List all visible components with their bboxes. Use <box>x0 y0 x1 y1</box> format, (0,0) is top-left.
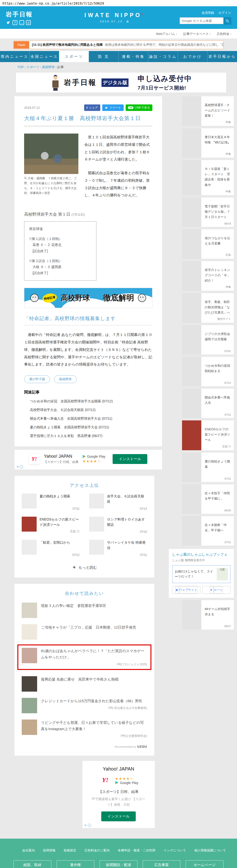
nav-item-rensai[interactable]: 連載・特集 <box>119 51 148 62</box>
sidebar-item[interactable]: 岩手のトレッキングコースの「今」紹介！特集 <box>182 261 234 291</box>
related-link[interactable]: 開会式本番へ準備入念 全国高校野球岩手大会 (07/11) <box>30 416 152 421</box>
brand-logo[interactable]: IWATE NIPPO● <box>84 12 145 19</box>
article-photo[interactable] <box>24 133 78 174</box>
load-more-button[interactable]: ＋もっと読む <box>22 564 147 570</box>
page: https://www.iwate-np.co.jp/article/2019/… <box>0 0 237 868</box>
footer-link-post-rules[interactable]: 投稿規定 <box>64 848 76 852</box>
search-button[interactable] <box>223 17 231 25</box>
recommended-item[interactable]: 現新３人の争い確定 参院選岩手選挙区 <box>22 602 147 618</box>
uzou-logo[interactable]: UZOU <box>137 745 147 748</box>
footer-link-applications[interactable]: 各種申請・後援・二次利用 <box>118 848 156 852</box>
tag-koukou-yakyuu[interactable]: 高校野球 <box>54 375 77 383</box>
website-button[interactable]: ◉ ウェブサイト <box>172 586 200 594</box>
breadcrumb-koukouyakyuu[interactable]: 高校野球 <box>42 65 57 69</box>
sidebar-item[interactable]: 岩手、青森、秋田の観光情報は「なびたび北東北」へ観光サイト <box>182 293 234 323</box>
nav-item-odekake[interactable]: おでかけ <box>178 51 207 62</box>
nav-item-kennai[interactable]: 県内ニュース <box>0 51 29 62</box>
footer-link-ad-rates[interactable]: 広告料金のご案内 <box>84 848 110 852</box>
related-link[interactable]: つかめ令和の栄冠 全国高校野球岩手大会開幕 (07/12) <box>30 399 152 404</box>
ad-title[interactable]: しゃぶ葉のしゃぶしゃぶブッフェ <box>172 552 231 557</box>
route-button[interactable]: ➤ ルート <box>202 586 231 594</box>
register-link[interactable]: 会員登録 <box>202 11 214 14</box>
footer-link-privacy[interactable]: 個人情報保護について <box>194 848 226 852</box>
ad-app-name: Yahoo! JAPAN <box>44 454 79 459</box>
footer-col-advertising: 広告事業 広告の問い合わせ 広告事業局広告部 ☎019-653-4118 (平日… <box>143 860 181 868</box>
digital-banner-ad[interactable]: 岩手日報 デジタル版 申し込み受付中 7月1日サービス開始! <box>16 72 227 93</box>
nav-item-bousai[interactable]: 防 災 <box>89 51 119 62</box>
sidebar-item[interactable]: 開会式本番へ準備入念07/11 <box>182 389 234 418</box>
related-link[interactable]: 選手指導に尽力１４人を表彰 県高野連 (06/27) <box>30 434 152 438</box>
related-link[interactable]: 高校野球岩手大会、６試合雨天順延 (07/12) <box>30 408 152 412</box>
article-thumbnail <box>182 261 201 291</box>
utility-link-webalbum[interactable]: Webアルバム <box>156 32 177 36</box>
nav-item-ronsetsu[interactable]: 論説・コラム <box>148 51 178 62</box>
facebook-share-icon: f <box>86 106 87 110</box>
access-item[interactable]: ロシア料理トロイカあす開店07/10 <box>89 517 147 533</box>
map-thumbnail[interactable]: 地図 <box>217 568 228 581</box>
recommended-item[interactable]: リビングや子ども部屋、日々お家で学習している様子などの写真をInstagram上… <box>22 719 147 738</box>
sidebar-item[interactable]: つかめ令和の栄冠 熱戦始まる07/12 <box>182 357 234 386</box>
facebook-icon[interactable]: f <box>12 20 17 25</box>
ad-info-icon[interactable]: i <box>88 824 91 827</box>
recommended-item-highlighted[interactable]: 81歳のおばあちゃんがペラペラに！？「ただ英語のスマホゲームをやっただけ」PR(… <box>17 645 151 670</box>
yahoo-app-ad-horizontal[interactable]: Y! Yahoo! JAPAN 【スポーツ】日程、結果 Google Play … <box>15 450 162 469</box>
footer-link-company[interactable]: 会社案内 <box>22 848 35 852</box>
site-logo[interactable]: 岩手日報 <box>6 10 59 18</box>
footer-link-recruit[interactable]: 採用情報 <box>43 848 55 852</box>
sidebar-item[interactable]: ＮＩＢ講座「新トレ」スタート 受講企業・団体を募集中特集 <box>182 160 234 195</box>
related-link[interactable]: 夏の熱戦きょう開幕 全国高校野球岩手大会 (07/11) <box>30 425 152 430</box>
ad-close-icon[interactable]: ✕ <box>84 824 87 827</box>
sidebar-item[interactable]: ジブリの大博覧会 盛岡で11月開幕07/01 <box>182 325 234 354</box>
utility-link-adrates[interactable]: 広告料金 <box>217 32 231 36</box>
footer-link-about-links[interactable]: リンクについて <box>164 848 186 852</box>
facebook-share-button[interactable]: fシェア <box>84 104 100 111</box>
ad-info-icon[interactable]: i <box>20 465 23 468</box>
access-item[interactable]: 「歓迎」玄関口から07/12 <box>22 540 80 557</box>
sidebar-item[interactable]: 夏の熱戦きょう開幕07/11 <box>182 453 234 482</box>
article-thumbnail <box>182 160 201 195</box>
yahoo-app-ad-vertical[interactable]: Yahoo! JAPAN Y! ★★★★☆ Google Play 【スポーツ】… <box>82 761 155 828</box>
line-share-button[interactable]: LINELINEで送る <box>126 104 152 111</box>
access-item-ad[interactable]: ENEOSセルフの新スピード決済ツール広告 ⓘ <box>22 517 80 533</box>
sidebar-item-ad[interactable]: 命のつながりを伝える児童書広告 <box>182 229 234 259</box>
install-button[interactable]: インストール <box>101 811 136 821</box>
sidebar-item[interactable]: 佐々木投手「仲間を甲子園に」06/30 <box>182 485 234 514</box>
tokumei-campaign-banner[interactable]: 特命記者 高校野球 徹底解明 <box>24 288 152 308</box>
login-link[interactable]: ログイン <box>218 11 231 14</box>
line-icon[interactable]: … <box>19 20 24 25</box>
scoreboard-venue: 県営球場 <box>29 226 91 232</box>
sidebar-item[interactable]: 高校野球選手・チームのエピソード募集！特集 <box>182 96 234 126</box>
google-play-label: Google Play <box>82 455 105 458</box>
flash-title[interactable]: [11:11] 政府声明で熊本地裁判決に問題あると指摘 <box>32 43 103 46</box>
sidebar-item[interactable]: 東日本大震災８年特集 〝碑の記憶〟特集 <box>182 128 234 158</box>
sidebar-item[interactable]: 佐々木朗希「伴走」甲子園へ07/11 <box>182 516 234 546</box>
tag-natsu-koshien[interactable]: 夏の甲子園 <box>24 375 50 383</box>
utility-link-database[interactable]: 記事データベース <box>183 32 210 36</box>
recommended-item[interactable]: クレジットカードから115万円返金された影山安春（68）男性PR( 司法書士法人… <box>22 698 147 713</box>
nav-item-zenkoku[interactable]: 全国ニュース <box>29 51 59 62</box>
recommended-item[interactable]: ご当地キャラが「三プロ」応援 日本郵便、12日切手発売 <box>22 624 147 640</box>
twitter-icon[interactable] <box>6 20 10 25</box>
access-item[interactable]: サバ＋シイタケ缶 特産発信07/11 <box>89 540 147 557</box>
search-input[interactable] <box>180 17 223 24</box>
sidebar-item[interactable]: 66チーム対戦相手決まる06/27 <box>182 600 234 629</box>
breadcrumb-sports[interactable]: スポーツ <box>27 65 42 69</box>
recommended-item[interactable]: 復興応援 名曲に乗せ 高田東中で辛島さん熱唱 <box>22 676 147 692</box>
twitter-share-button[interactable]: ツイート <box>102 104 124 111</box>
breadcrumb-top[interactable]: TOP <box>17 65 27 69</box>
flash-news-bar[interactable]: Flash [11:11] 政府声明で熊本地裁判決に問題あると指摘政府は熊本地裁… <box>14 40 223 49</box>
sidebar-item[interactable]: 電子新聞「岩手日報デジタル版」７月１日スタート06/16 <box>182 197 234 227</box>
local-restaurant-ad[interactable]: しゃぶ葉のしゃぶしゃぶブッフェ しゃぶ葉 期間限定発売中 お肉だけじゃなくて、ス… <box>169 549 234 598</box>
access-item[interactable]: 夏の熱戦きょう開幕07/11 <box>22 494 80 510</box>
access-item[interactable]: 岩手大会、６試合雨天順延07/12 <box>89 494 147 510</box>
instagram-icon[interactable]: ◎ <box>26 20 31 25</box>
ad-close-icon[interactable]: ✕ <box>17 465 19 468</box>
sidebar-item-ad[interactable]: ENEOSセルフの新スピード決済ツール広告 ⓘ <box>182 421 234 450</box>
install-button[interactable]: インストール <box>113 454 147 464</box>
nav-item-nippo[interactable]: 岩手日報から <box>207 51 237 62</box>
nav-item-sports[interactable]: スポーツ <box>59 51 89 62</box>
site-header: 岩手日報 f … ◎ IWATE NIPPO● 2019.07.12. 金 会員… <box>0 6 237 29</box>
banner-digital-label: デジタル版 <box>102 79 129 87</box>
footer-col-homepage: ホームページ 総合メディア局 デジタル戦略部 center@iwate-np.c… <box>186 860 223 868</box>
flash-body: 政府は熊本地裁判決に関する声明で、時効の起算点や国会議員の責任などに関し「国家賠… <box>105 43 223 46</box>
